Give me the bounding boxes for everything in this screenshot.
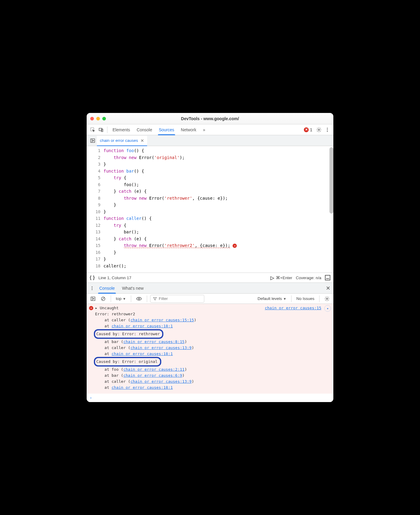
svg-point-16 [138, 298, 140, 299]
editor-statusbar: { } Line 1, Column 17 ▷ ⌘+Enter Coverage… [87, 273, 333, 283]
console-error-block: ✕ ▸ UncaughtError: rethrower2 at caller … [87, 304, 333, 394]
line-error-icon[interactable]: ✕ [233, 244, 237, 248]
error-source-link[interactable]: chain or error causes:15 [265, 305, 321, 311]
file-tab-bar: chain or error causes ✕ [87, 135, 333, 146]
console-sidebar-toggle-icon[interactable] [88, 295, 97, 303]
console-settings-icon[interactable] [323, 295, 332, 303]
gear-icon[interactable] [315, 126, 323, 134]
devtools-window: DevTools - www.google.com/ ElementsConso… [87, 113, 333, 402]
inspect-icon[interactable] [88, 126, 97, 134]
stack-source-link[interactable]: chain or error causes:18:1 [112, 324, 173, 328]
tab-network[interactable]: Network [178, 124, 199, 135]
svg-point-17 [326, 298, 328, 299]
svg-point-3 [318, 129, 320, 130]
svg-rect-1 [99, 128, 102, 130]
file-tab[interactable]: chain or error causes ✕ [97, 136, 147, 146]
drawer-close-icon[interactable]: ✕ [324, 283, 332, 293]
zoom-window-button[interactable] [102, 117, 106, 120]
svg-point-4 [327, 128, 328, 129]
error-count: 1 [310, 127, 312, 132]
stack-source-link[interactable]: chain or error causes:13:9 [130, 379, 192, 384]
file-tab-label: chain or error causes [100, 138, 138, 143]
log-levels-selector[interactable]: Default levels ▼ [256, 295, 288, 303]
context-selector[interactable]: top ▼ [114, 295, 128, 303]
navigator-toggle-icon[interactable] [88, 135, 97, 146]
code-editor[interactable]: 123456789101112131415161718 function foo… [87, 146, 333, 273]
caused-by-callout: Caused by: Error: original [94, 357, 161, 367]
stack-source-link[interactable]: chain or error causes:6:9 [123, 373, 182, 378]
ai-explain-icon[interactable]: ✦ [324, 305, 331, 312]
console-body: ✕ ▸ UncaughtError: rethrower2 at caller … [87, 304, 333, 402]
console-toolbar: top ▼ Filter Default levels ▼ No Issues [87, 294, 333, 304]
stack-source-link[interactable]: chain or error causes:8:15 [123, 339, 185, 344]
svg-point-9 [92, 286, 93, 287]
divider [107, 126, 107, 133]
line-gutter: 123456789101112131415161718 [87, 146, 103, 273]
chevron-down-icon: ▼ [283, 297, 286, 301]
tab-sources[interactable]: Sources [156, 124, 178, 135]
drawer-tab-console[interactable]: Console [96, 283, 118, 293]
drawer-kebab-icon[interactable] [88, 283, 96, 293]
console-prompt[interactable]: › [87, 394, 333, 402]
svg-point-11 [92, 289, 93, 290]
dock-icon[interactable] [325, 275, 330, 280]
close-window-button[interactable] [90, 117, 94, 120]
code-area[interactable]: function foo() { throw new Error('origin… [103, 146, 333, 273]
titlebar: DevTools - www.google.com/ [87, 113, 333, 124]
device-toggle-icon[interactable] [97, 126, 105, 134]
coverage-label: Coverage: n/a [296, 276, 321, 280]
tab-console[interactable]: Console [133, 124, 155, 135]
window-title: DevTools - www.google.com/ [181, 116, 239, 121]
traffic-lights [90, 117, 106, 120]
stack-source-link[interactable]: chain or error causes:15:15 [130, 318, 194, 322]
error-counter[interactable]: ✕ 1 [304, 127, 312, 132]
svg-point-6 [327, 131, 328, 132]
run-icon[interactable]: ▷ [270, 275, 274, 281]
stack-source-link[interactable]: chain or error causes:18:1 [112, 351, 173, 356]
kebab-menu-icon[interactable] [323, 126, 332, 134]
main-toolbar: ElementsConsoleSourcesNetwork » ✕ 1 [87, 124, 333, 135]
clear-console-icon[interactable] [99, 295, 108, 303]
minimize-window-button[interactable] [96, 117, 100, 120]
svg-point-10 [92, 288, 93, 289]
scrollbar-thumb[interactable] [329, 147, 333, 214]
cursor-position: Line 1, Column 17 [98, 276, 131, 280]
caused-by-callout: Caused by: Error: rethrower [94, 329, 163, 339]
pretty-print-icon[interactable]: { } [90, 275, 95, 280]
stack-source-link[interactable]: chain or error causes:18:1 [112, 385, 173, 390]
run-shortcut: ⌘+Enter [276, 275, 292, 280]
console-filter-input[interactable]: Filter [150, 295, 204, 303]
stack-source-link[interactable]: chain or error causes:2:11 [123, 367, 185, 372]
close-tab-icon[interactable]: ✕ [141, 138, 144, 143]
tab-elements[interactable]: Elements [109, 124, 133, 135]
drawer-tabbar: ConsoleWhat's new ✕ [87, 283, 333, 294]
svg-line-15 [102, 298, 104, 300]
live-expression-icon[interactable] [134, 295, 144, 303]
drawer-tab-what-s-new[interactable]: What's new [118, 283, 147, 293]
svg-point-5 [327, 129, 328, 130]
stack-source-link[interactable]: chain or error causes:13:9 [130, 345, 192, 350]
issues-label[interactable]: No Issues [295, 295, 316, 303]
error-icon: ✕ [304, 127, 309, 132]
error-icon: ✕ [89, 306, 93, 310]
chevron-down-icon: ▼ [123, 297, 126, 301]
tabs-overflow[interactable]: » [199, 124, 208, 135]
